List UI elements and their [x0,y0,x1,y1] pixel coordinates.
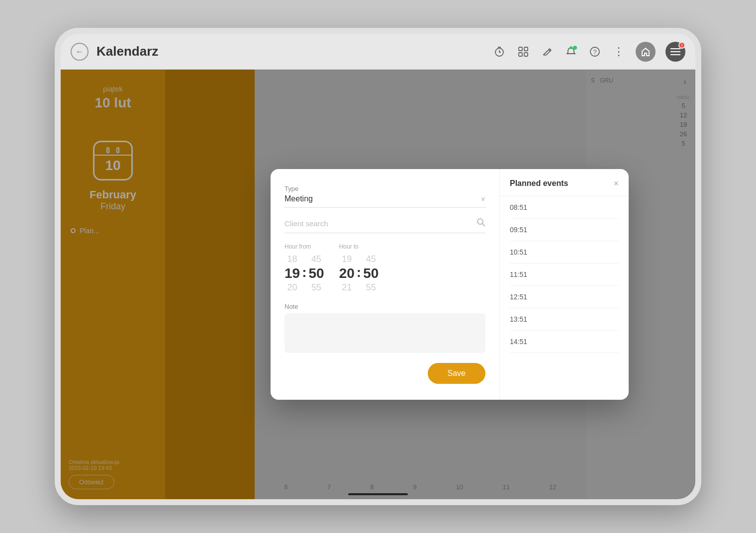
to-hour-next[interactable]: 21 [342,282,352,293]
to-hour-current[interactable]: 20 [339,266,355,281]
from-hour-prev[interactable]: 18 [287,254,297,265]
event-item-1351: 13:51 [510,308,619,331]
modal-form-panel: Type Meeting ∨ Client search [271,169,499,400]
svg-point-13 [477,219,483,224]
to-min-col: 45 50 55 [363,254,378,293]
from-hour-current[interactable]: 19 [284,266,300,281]
planned-events-panel: Planned events × 08:51 09:51 10:51 11:51… [499,169,629,400]
from-min-current[interactable]: 50 [308,266,324,281]
help-icon-btn[interactable]: ? [588,45,602,59]
type-field-group: Type Meeting ∨ [284,185,485,208]
more-icon-btn[interactable]: ⋮ [612,45,626,59]
type-value: Meeting [284,194,313,203]
to-hour-prev[interactable]: 19 [342,254,352,265]
client-search-placeholder: Client search [284,219,328,228]
menu-notif-dot: 1 [678,42,685,49]
events-header: Planned events × [500,169,629,196]
time-section: Hour from 18 19 20 : 45 50 55 [284,243,485,293]
svg-rect-2 [519,47,522,51]
to-hour-col: 19 20 21 [339,254,355,293]
event-item-0851: 08:51 [510,196,619,219]
hour-to-group: Hour to 19 20 21 : 45 50 55 [339,243,379,293]
device-frame: ← Kalendarz [55,28,701,505]
event-item-1051: 10:51 [510,241,619,264]
home-button[interactable] [636,42,656,62]
from-min-prev[interactable]: 45 [311,254,321,265]
topbar-icons: ? ⋮ 1 [492,42,685,62]
save-button[interactable]: Save [428,363,485,384]
svg-line-6 [549,50,550,51]
hour-from-label: Hour from [284,243,324,250]
hour-to-label: Hour to [339,243,379,250]
modal-container: Type Meeting ∨ Client search [271,169,629,400]
to-time-separator: : [357,265,361,282]
topbar: ← Kalendarz [61,34,695,70]
client-search-row[interactable]: Client search [284,218,485,233]
hour-from-picker: 18 19 20 : 45 50 55 [284,254,324,293]
edit-icon-btn[interactable] [540,45,554,59]
from-time-separator: : [302,265,306,282]
back-button[interactable]: ← [71,43,89,61]
notification-icon-btn[interactable] [564,45,578,59]
hour-from-group: Hour from 18 19 20 : 45 50 55 [284,243,324,293]
events-title: Planned events [510,179,568,188]
to-min-current[interactable]: 50 [363,266,378,281]
back-icon: ← [76,47,84,56]
svg-point-7 [570,47,572,49]
svg-rect-5 [524,53,528,56]
event-item-1251: 12:51 [510,286,619,308]
type-label: Type [284,185,485,192]
svg-text:?: ? [593,48,596,56]
note-label: Note [284,303,485,310]
from-hour-col: 18 19 20 [284,254,300,293]
type-dropdown[interactable]: Meeting ∨ [284,194,485,208]
topbar-left: ← Kalendarz [71,43,492,61]
grid-icon-btn[interactable] [516,45,530,59]
close-events-button[interactable]: × [613,179,619,188]
from-min-col: 45 50 55 [308,254,324,293]
search-icon [476,218,485,229]
menu-button[interactable]: 1 [665,42,685,62]
note-section: Note [284,303,485,353]
main-area: piątek 10 lut 10 February Friday [61,70,695,499]
event-item-0951: 09:51 [510,219,619,241]
event-item-1151: 11:51 [510,264,619,286]
events-list: 08:51 09:51 10:51 11:51 12:51 13:51 14:5… [500,196,629,400]
svg-line-14 [482,224,485,226]
app-title: Kalendarz [96,44,158,59]
from-min-next[interactable]: 55 [311,282,321,293]
to-min-prev[interactable]: 45 [366,254,376,265]
event-item-1451: 14:51 [510,331,619,353]
to-min-next[interactable]: 55 [366,282,376,293]
hour-to-picker: 19 20 21 : 45 50 55 [339,254,379,293]
from-hour-next[interactable]: 20 [287,282,297,293]
svg-rect-3 [524,47,528,51]
note-textarea[interactable] [284,313,485,353]
save-row: Save [284,363,485,384]
type-dropdown-arrow-icon: ∨ [481,195,485,202]
svg-rect-4 [519,53,522,56]
timer-icon-btn[interactable] [492,45,506,59]
